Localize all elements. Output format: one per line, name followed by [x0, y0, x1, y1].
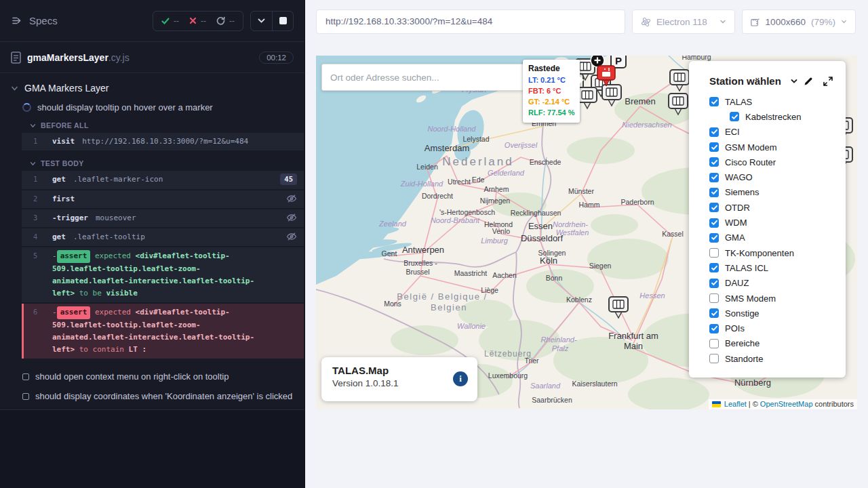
chevron-down-icon — [841, 18, 847, 25]
command-text: -triggermouseover — [52, 212, 275, 224]
collapse-button[interactable] — [251, 12, 272, 30]
command-row[interactable]: 3-triggermouseover — [22, 209, 304, 227]
attribution-suffix: contributors — [815, 400, 854, 408]
command-row[interactable]: 6-assert expected <div#leaflet-tooltip-5… — [22, 304, 304, 359]
station-checkbox-row[interactable]: SMS Modem — [709, 291, 846, 306]
map-label: Antwerpen — [402, 245, 444, 255]
before-all-section[interactable]: BEFORE ALL — [0, 117, 304, 133]
station-checkbox-row[interactable]: WAGO — [709, 169, 846, 184]
station-checkbox[interactable] — [709, 203, 719, 212]
station-checkbox[interactable] — [709, 97, 719, 106]
stop-button[interactable] — [272, 12, 293, 30]
station-checkbox-row[interactable]: Siemens — [709, 185, 846, 200]
station-checkbox[interactable] — [709, 248, 719, 258]
failed-stat: -- — [189, 16, 206, 26]
station-checkbox-row[interactable]: DAUZ — [709, 276, 846, 291]
map-label: Siegen — [589, 262, 612, 270]
station-checkbox[interactable] — [709, 218, 719, 228]
map-label: Utrecht — [448, 178, 471, 186]
command-number: 6 — [24, 306, 52, 319]
command-row[interactable]: 4get.leaflet-tooltip — [22, 228, 304, 246]
station-checkbox[interactable] — [709, 324, 719, 333]
assert-badge: assert — [57, 250, 91, 262]
viewport-size: 1000x660 — [766, 17, 806, 27]
test-body-commands: 1get.leaflet-marker-icon452first3-trigge… — [0, 171, 304, 359]
sidebar-bottom-spacer — [0, 409, 304, 488]
station-checkbox-row[interactable]: TALAS ICL — [709, 260, 846, 275]
station-checkbox[interactable] — [709, 173, 719, 182]
search-input[interactable] — [321, 64, 530, 91]
station-checkbox-row[interactable]: GMA — [709, 230, 846, 245]
chevron-down-icon — [30, 161, 36, 167]
station-checkbox-row[interactable]: Standorte — [709, 351, 846, 366]
map-label: Nürnberg — [734, 378, 771, 388]
pending-stat: -- — [216, 16, 235, 26]
station-checkbox[interactable] — [730, 112, 739, 121]
command-row[interactable]: 2first — [22, 190, 304, 208]
station-checkbox[interactable] — [709, 339, 719, 348]
specs-list-icon — [11, 15, 22, 26]
command-row[interactable]: 5-assert expected <div#leaflet-tooltip-5… — [22, 247, 304, 302]
edit-pencil-icon[interactable] — [803, 76, 814, 87]
viewport-selector[interactable]: 1000x660 (79%) — [742, 9, 856, 34]
station-checkbox[interactable] — [709, 279, 719, 288]
station-checkbox[interactable] — [709, 263, 719, 272]
station-checkbox-row[interactable]: Bereiche — [709, 336, 846, 351]
station-checkbox-row[interactable]: POIs — [709, 321, 846, 336]
station-checkbox[interactable] — [709, 293, 719, 303]
running-test-row[interactable]: should display tooltip on hover over a m… — [0, 98, 304, 117]
map-tooltip[interactable]: Rastede LT: 0.21 °CFBT: 6 °CGT: -2.14 °C… — [523, 60, 580, 123]
map-label: Maastricht — [454, 269, 488, 277]
map-attribution: Leaflet | © OpenStreetMap contributors — [709, 399, 857, 409]
station-checkbox-row[interactable]: GSM Modem — [709, 140, 846, 155]
osm-link[interactable]: OpenStreetMap — [760, 400, 813, 408]
url-bar[interactable]: http://192.168.10.33:3000/?m=12&u=484 — [316, 9, 625, 34]
spec-row[interactable]: gmaMarkersLayer.cy.js 00:12 — [0, 42, 304, 73]
station-checkbox-row[interactable]: WDM — [709, 215, 846, 230]
chevron-down-icon[interactable] — [790, 77, 798, 85]
specs-menu-button[interactable]: Specs — [11, 15, 58, 26]
pending-tests: should open context menu on right-click … — [0, 367, 304, 406]
map-label: Belgien — [431, 302, 467, 312]
station-checkbox[interactable] — [709, 308, 719, 318]
station-checkbox-row[interactable]: Kabelstrecken — [709, 109, 846, 124]
cypress-app: Specs -- -- -- — [0, 0, 868, 488]
station-checkbox-row[interactable]: ECI — [709, 125, 846, 140]
leaflet-link[interactable]: Leaflet — [724, 400, 747, 408]
station-checkbox-row[interactable]: Cisco Router — [709, 155, 846, 169]
station-checkbox-row[interactable]: TALAS — [709, 94, 846, 109]
browser-selector[interactable]: Electron 118 — [632, 9, 735, 34]
pending-test-row[interactable]: should display coordinates when 'Koordin… — [0, 386, 304, 406]
station-label: SMS Modem — [725, 293, 776, 304]
map-label: Nordrhein- — [553, 220, 588, 228]
station-checkbox[interactable] — [709, 142, 719, 152]
command-row[interactable]: 1get.leaflet-marker-icon45 — [22, 171, 304, 188]
map-label: Paderborn — [620, 198, 654, 206]
map-marker-pin[interactable] — [578, 87, 597, 108]
info-icon[interactable]: i — [453, 371, 468, 386]
station-label: TALAS ICL — [725, 263, 768, 273]
specs-menu-label: Specs — [29, 15, 58, 26]
station-label: Siemens — [725, 187, 760, 197]
command-row[interactable]: 1visithttp://192.168.10.33:3000/?m=12&u=… — [22, 133, 304, 150]
station-checkbox[interactable] — [709, 188, 719, 197]
station-checkbox-row[interactable]: TK-Komponenten — [709, 245, 846, 260]
station-checkbox-row[interactable]: Sonstige — [709, 306, 846, 321]
map-label: Trier — [524, 357, 539, 365]
station-panel: Station wählen TALASKabelstreckenECIGSM … — [689, 61, 846, 378]
command-text: -assert expected <div#leaflet-tooltip-50… — [52, 306, 275, 356]
station-checkbox[interactable] — [709, 354, 719, 363]
map-marker-pin[interactable] — [609, 297, 628, 318]
station-checkbox[interactable] — [709, 157, 719, 167]
pending-test-title: should display coordinates when 'Koordin… — [35, 391, 292, 401]
station-checkbox[interactable] — [709, 127, 719, 137]
expand-icon[interactable] — [823, 76, 833, 87]
station-label: ECI — [725, 127, 740, 137]
test-body-section[interactable]: TEST BODY — [0, 155, 304, 171]
pending-test-row[interactable]: should open context menu on right-click … — [0, 367, 304, 386]
station-checkbox[interactable] — [709, 233, 719, 243]
map-label: Lelystad — [462, 135, 489, 143]
map-marker-pin[interactable] — [670, 70, 689, 91]
suite-row[interactable]: GMA Markers Layer — [0, 79, 304, 98]
station-checkbox-row[interactable]: OTDR — [709, 200, 846, 215]
